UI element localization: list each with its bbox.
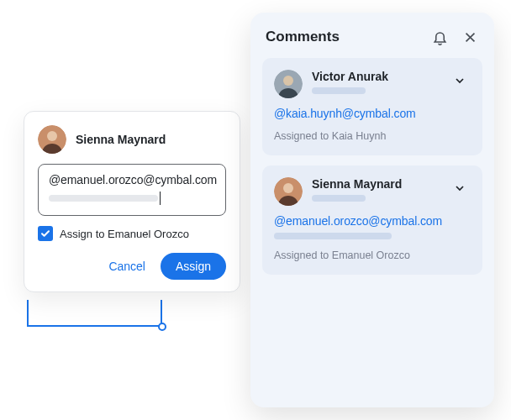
svg-point-1 <box>47 131 57 141</box>
avatar <box>274 177 303 206</box>
notifications-icon[interactable] <box>430 28 449 46</box>
assigned-to-text: Assigned to Emanuel Orozco <box>274 249 471 261</box>
comment-input[interactable]: @emanuel.orozco@cymbal.com <box>38 164 226 216</box>
commenter-block: Victor Anurak <box>312 70 440 94</box>
commenter-name: Victor Anurak <box>312 70 440 83</box>
comments-panel-title: Comments <box>266 29 340 45</box>
close-icon[interactable] <box>461 28 479 46</box>
comment-card[interactable]: Sienna Maynard @emanuel.orozco@cymbal.co… <box>262 165 482 275</box>
assign-checkbox-label: Assign to Emanuel Orozco <box>60 228 189 240</box>
commenter-block: Sienna Maynard <box>312 177 440 202</box>
text-caret <box>160 192 161 205</box>
assign-comment-dialog: Sienna Maynard @emanuel.orozco@cymbal.co… <box>24 111 240 292</box>
assigned-to-text: Assigned to Kaia Huynh <box>274 130 471 142</box>
skeleton-placeholder <box>312 195 366 202</box>
assign-button[interactable]: Assign <box>161 253 226 280</box>
chevron-down-icon[interactable] <box>449 177 471 199</box>
svg-point-5 <box>283 183 293 193</box>
skeleton-placeholder <box>274 233 392 239</box>
comment-input-skeleton <box>49 192 215 205</box>
comments-panel: Comments Victor Anurak @kaia.huynh@cymba… <box>250 13 494 407</box>
avatar <box>274 70 303 98</box>
comments-panel-actions <box>430 28 479 46</box>
assign-checkbox-row[interactable]: Assign to Emanuel Orozco <box>38 226 226 241</box>
comment-input-text: @emanuel.orozco@cymbal.com <box>49 173 215 186</box>
svg-point-3 <box>283 76 293 86</box>
comment-card[interactable]: Victor Anurak @kaia.huynh@cymbal.com Ass… <box>262 58 482 155</box>
comment-header: Sienna Maynard <box>274 177 471 206</box>
cancel-button[interactable]: Cancel <box>108 260 145 273</box>
avatar <box>38 125 66 154</box>
comment-mention[interactable]: @kaia.huynh@cymbal.com <box>274 107 471 120</box>
assign-dialog-actions: Cancel Assign <box>38 253 226 280</box>
selection-handle[interactable] <box>158 323 166 331</box>
assign-dialog-header: Sienna Maynard <box>38 125 226 154</box>
chevron-down-icon[interactable] <box>449 70 471 92</box>
skeleton-placeholder <box>49 195 158 202</box>
assign-checkbox[interactable] <box>38 226 53 241</box>
comment-header: Victor Anurak <box>274 70 471 98</box>
skeleton-placeholder <box>312 87 366 94</box>
commenter-name: Sienna Maynard <box>312 177 440 191</box>
comments-panel-header: Comments <box>262 28 482 46</box>
selection-bracket <box>27 300 162 327</box>
comment-author-name: Sienna Maynard <box>76 133 166 146</box>
comment-mention[interactable]: @emanuel.orozco@cymbal.com <box>274 214 471 228</box>
